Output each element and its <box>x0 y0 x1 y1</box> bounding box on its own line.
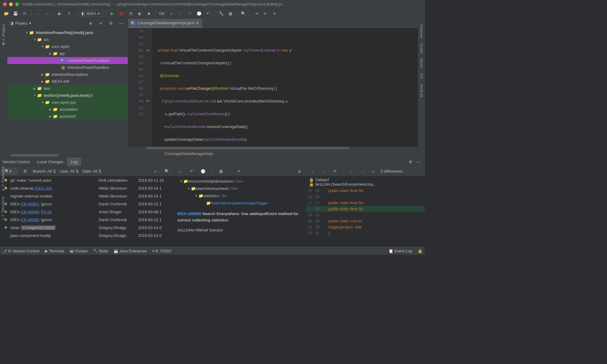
event-log[interactable]: 📋 Event Log <box>388 249 412 253</box>
code-area[interactable]: private final VirtualFileContentsChanged… <box>152 28 418 147</box>
git-history-icon[interactable]: 🕐 <box>195 10 203 18</box>
tree-item[interactable]: ▶📁META-INF <box>7 78 128 85</box>
project-structure-icon[interactable]: ▦ <box>226 10 234 18</box>
commit-row[interactable]: IDEA-CR-44949: PY-34Anton Bragin2019-03-… <box>0 208 173 216</box>
commits-list[interactable]: git: make "commit autorKirill Likhodedov… <box>0 176 173 247</box>
right-tool-button[interactable]: Ant Build <box>419 81 424 99</box>
diff-next-icon[interactable]: → <box>358 167 366 175</box>
tab-log[interactable]: Log <box>67 157 81 166</box>
tree-item[interactable]: CIntentionPowerPackBun <box>7 57 128 64</box>
tree-item[interactable]: ▶📁intentionDescriptions <box>7 71 128 78</box>
filter-gear-icon[interactable]: ⚙ <box>21 167 29 175</box>
user-filter[interactable]: User: All ⇅ <box>60 169 79 174</box>
status-build[interactable]: 🔨 Build <box>93 249 108 253</box>
history-icon[interactable]: 🕐 <box>199 167 207 175</box>
search-icon[interactable]: 🔍 <box>163 167 171 175</box>
dropdown-icon[interactable]: ▾ <box>29 21 31 25</box>
tree-item[interactable]: ▼📁testSrc [intellij.java.tests] t <box>7 92 128 99</box>
save-icon[interactable]: 💾 <box>12 10 19 18</box>
close-window[interactable] <box>3 2 7 6</box>
run-config-selector[interactable]: ◧ IDEA ▾ <box>78 10 103 17</box>
run-icon[interactable]: ▶ <box>108 10 116 18</box>
status-lock-icon[interactable]: 🔒 <box>418 249 422 253</box>
right-tool-button[interactable]: CDI <box>419 71 424 81</box>
right-tool-button[interactable]: Gradle <box>419 41 424 56</box>
diff-down-icon[interactable]: ↓ <box>320 167 328 175</box>
editor-content[interactable]: 7980818283848586878889909192 ●↑ ●↑ priva… <box>128 28 418 147</box>
stop-run-icon[interactable]: ■ <box>145 10 153 18</box>
git-push-icon[interactable]: ↗ <box>186 10 194 18</box>
status-java-ee[interactable]: ☕ Java Enterprise <box>114 249 147 253</box>
editor-tab[interactable]: C CoverageDataManagerImpl.java ✕ <box>128 19 202 28</box>
project-tool-button[interactable]: ◨ 1: Project <box>1 22 6 48</box>
git-update-icon[interactable]: ↙ <box>168 10 176 18</box>
tab-local-changes[interactable]: Local Changes <box>34 157 67 166</box>
forward-icon[interactable]: → <box>43 10 51 18</box>
search-icon[interactable]: 🔍 <box>239 10 247 18</box>
gear-icon[interactable]: ⚙ <box>407 158 415 166</box>
hide-icon[interactable]: — <box>415 158 422 166</box>
file-item[interactable]: ▼ 📁 searcheverywhere 2 files <box>174 185 306 192</box>
tool3-icon[interactable]: ≡ <box>271 10 279 18</box>
tree-item[interactable]: ▶📁ipp <box>7 50 128 57</box>
hide-icon[interactable]: — <box>117 19 125 27</box>
debug-icon[interactable]: 🐞 <box>117 10 125 18</box>
file-item[interactable]: 📁 SearchEverywhereUsageTrigger <box>174 199 306 207</box>
h-scrollbar[interactable] <box>7 154 128 157</box>
commit-row[interactable]: code cleanup IDEA-208Nikita Skvortsov201… <box>0 184 173 192</box>
locate-icon[interactable]: ⊕ <box>86 19 94 27</box>
settings-icon[interactable]: 🔧 <box>217 10 225 18</box>
status-todo[interactable]: ≡ 6: TODO <box>152 249 171 253</box>
tree-item[interactable]: ▼📁com.siyeh.ipp <box>7 99 128 106</box>
open-icon[interactable]: 📂 <box>2 10 10 18</box>
editor-h-scrollbar[interactable] <box>128 147 418 150</box>
commit-row[interactable]: IDEA-CR-44901: [groovDaniil Ovchinnik201… <box>0 200 173 208</box>
commit-row[interactable]: git: make "commit autorKirill Likhodedov… <box>0 176 173 184</box>
run-with-coverage-icon[interactable]: ▶ <box>56 10 64 18</box>
tree-item[interactable]: ▼📁src <box>7 36 128 43</box>
git-revert-icon[interactable]: ↶ <box>204 10 212 18</box>
project-title[interactable]: Project <box>15 21 27 25</box>
branch-filter[interactable]: Branch: All ⇅ <box>33 169 56 174</box>
favorites-tool-button[interactable]: ★ 2: Favorites <box>0 164 6 194</box>
expand-all-icon[interactable]: ≡ <box>235 167 243 175</box>
expand-icon[interactable]: ≡ <box>97 19 105 27</box>
diff-up-icon[interactable]: ↑ <box>309 167 317 175</box>
revert-icon[interactable]: ↶ <box>188 167 195 175</box>
close-tab-icon[interactable]: ✕ <box>196 21 199 25</box>
collapse-icon[interactable]: ↙ <box>176 167 184 175</box>
maximize-window[interactable] <box>15 2 19 6</box>
profile-icon[interactable]: ◐ <box>136 10 144 18</box>
git-commit-icon[interactable]: ✓ <box>177 10 185 18</box>
diff-prev-icon[interactable]: ← <box>348 167 355 175</box>
commit-row[interactable]: clean 🏷 origin/191.6183Gregory.Shrago201… <box>0 224 173 231</box>
status-vcs[interactable]: ⎇ 9: Version Control <box>2 249 39 253</box>
changed-files-tree[interactable]: ▼ 📁 src/com/intellij/ide/actions 4 files… <box>174 176 306 208</box>
commit-row[interactable]: IDEA-CR-44898: [groovDaniil Ovchinnik201… <box>0 216 173 224</box>
project-tree[interactable]: ▼📁IntentionPowerPak [intellij.java▼📁src▼… <box>7 28 128 154</box>
diff-content[interactable]: 2525public static final Str26262727publi… <box>306 188 425 236</box>
preview-icon[interactable]: ≣ <box>295 167 303 175</box>
tree-item[interactable]: ▼📁IntentionPowerPak [intellij.java <box>7 29 128 36</box>
file-item[interactable]: ▼ 📁 src/com/intellij/ide/actions 4 files <box>174 177 306 185</box>
file-item[interactable]: ▼ 📁 statistics 1 file <box>174 192 306 199</box>
tree-item[interactable]: ▶📁annotation <box>7 106 128 113</box>
coverage-icon[interactable]: ◔ <box>127 10 134 18</box>
right-tool-button[interactable]: Database <box>419 22 424 41</box>
status-docker[interactable]: 🐳 Docker <box>69 249 88 253</box>
minimize-window[interactable] <box>9 2 13 6</box>
tool2-icon[interactable]: ⇤ <box>262 10 270 18</box>
diff-edit-icon[interactable]: ✎ <box>331 167 339 175</box>
commit-row[interactable]: pass component tooltipGregory.Shrago2019… <box>0 231 173 239</box>
diff-more-icon[interactable]: » <box>369 167 377 175</box>
date-filter[interactable]: Date: All ⇅ <box>83 169 102 174</box>
stop-icon[interactable]: ⬆ <box>65 10 73 18</box>
group-icon[interactable]: ▦ <box>217 167 225 175</box>
breadcrumb[interactable]: CoverageDataManagerImpl <box>128 150 418 157</box>
tree-item[interactable]: ▶📁test <box>7 85 128 92</box>
refresh-icon[interactable]: ⟳ <box>21 10 29 18</box>
tool1-icon[interactable]: ⇥ <box>253 10 260 18</box>
commit-row[interactable]: register external modelsNikita Skvortsov… <box>0 192 173 200</box>
gear-icon[interactable]: ⚙ <box>107 19 115 27</box>
structure-tool-button[interactable]: ≡ 7: Structure <box>0 194 6 222</box>
